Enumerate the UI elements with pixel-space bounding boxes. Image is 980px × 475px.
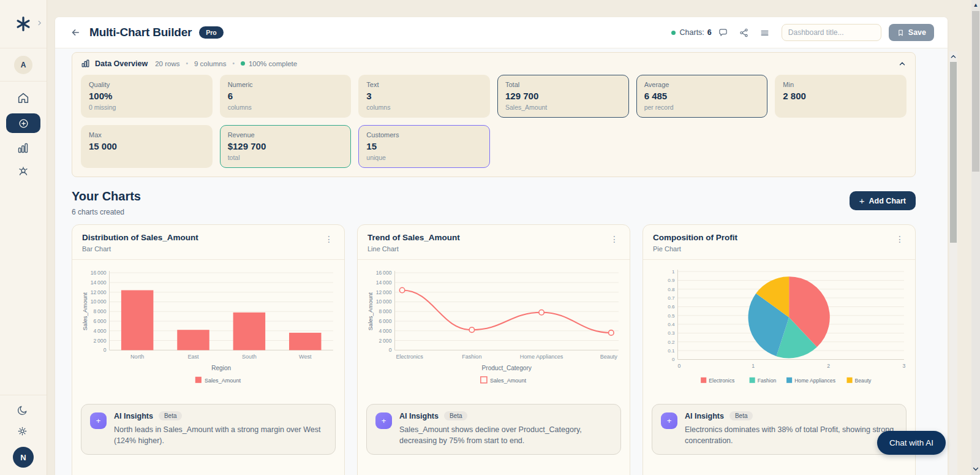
svg-text:Beauty: Beauty <box>855 378 872 384</box>
ai-sparkle-icon: + <box>375 412 392 429</box>
scroll-up-chevron-icon[interactable] <box>950 53 957 60</box>
dark-mode-moon-icon[interactable] <box>17 404 30 417</box>
svg-text:8 000: 8 000 <box>379 308 392 314</box>
svg-text:12 000: 12 000 <box>91 289 107 295</box>
chart-title: Distribution of Sales_Amount <box>82 233 334 242</box>
settings-gear-icon[interactable] <box>17 425 30 439</box>
browser-scrollbar-thumb[interactable] <box>972 11 979 172</box>
svg-text:Beauty: Beauty <box>600 354 618 360</box>
ai-insight-text: Sales_Amount shows decline over Product_… <box>399 424 612 446</box>
svg-text:0.9: 0.9 <box>668 278 675 283</box>
svg-text:Sales_Amount: Sales_Amount <box>81 292 88 331</box>
svg-text:10 000: 10 000 <box>91 298 107 305</box>
svg-text:4 000: 4 000 <box>379 328 392 334</box>
sidebar-expand-chevron-icon[interactable] <box>36 20 43 26</box>
user-avatar[interactable]: N <box>13 447 34 468</box>
comments-icon[interactable] <box>718 28 728 38</box>
ai-insight-text: North leads in Sales_Amount with a stron… <box>114 424 326 446</box>
scrollbar-up-arrow[interactable]: ▲ <box>971 0 980 8</box>
inner-scrollbar-thumb[interactable] <box>950 62 957 243</box>
bar-chart-plot: 02 0004 0006 0008 00010 00012 00014 0001… <box>72 260 344 397</box>
svg-text:14 000: 14 000 <box>91 279 107 286</box>
chart-card-pie: Composition of Profit Pie Chart ⋮ 00.10.… <box>643 224 916 475</box>
add-chart-button[interactable]: + Add Chart <box>850 191 916 210</box>
rows-count: 20 rows <box>155 60 179 67</box>
chart-title: Trend of Sales_Amount <box>368 233 620 242</box>
svg-text:0.8: 0.8 <box>668 287 675 292</box>
beta-badge: Beta <box>729 411 753 420</box>
chart-menu-kebab-icon[interactable]: ⋮ <box>606 233 622 245</box>
pro-badge: Pro <box>199 26 224 39</box>
chart-menu-kebab-icon[interactable]: ⋮ <box>321 233 337 245</box>
svg-text:Fashion: Fashion <box>758 378 777 384</box>
complete-dot <box>241 61 245 66</box>
svg-text:Electronics: Electronics <box>709 378 734 384</box>
home-icon[interactable] <box>17 91 30 105</box>
menu-icon[interactable] <box>760 28 770 38</box>
chat-with-ai-button[interactable]: Chat with AI <box>877 431 946 455</box>
community-icon[interactable] <box>17 164 30 177</box>
collapse-chevron-icon[interactable] <box>898 59 907 68</box>
main-panel: Multi-Chart Builder Pro Charts: 6 Save <box>55 17 948 475</box>
dashboard-title-input[interactable] <box>782 24 881 41</box>
stat-card-total[interactable]: Total 129 700 Sales_Amount <box>497 75 629 118</box>
svg-text:2 000: 2 000 <box>379 338 392 344</box>
chart-menu-kebab-icon[interactable]: ⋮ <box>892 233 908 245</box>
pie-chart-canvas: 00.10.20.30.40.50.60.70.80.910123Electro… <box>649 265 909 397</box>
data-overview-title: Data Overview <box>95 59 148 68</box>
svg-text:0.6: 0.6 <box>668 304 675 310</box>
stat-card-max[interactable]: Max 15 000 <box>81 125 213 168</box>
inner-scrollbar[interactable] <box>949 51 957 475</box>
share-icon[interactable] <box>739 28 749 38</box>
scrollbar-down-arrow[interactable] <box>972 465 979 473</box>
svg-text:8 000: 8 000 <box>94 308 107 314</box>
stat-card-customers[interactable]: Customers 15 unique <box>358 125 490 168</box>
svg-text:0.5: 0.5 <box>668 313 675 319</box>
workspace-avatar[interactable]: A <box>14 56 32 74</box>
chart-title: Composition of Profit <box>653 233 905 242</box>
sidebar: A N <box>0 0 47 475</box>
data-overview-panel: Data Overview 20 rows • 9 columns • 100%… <box>72 52 916 177</box>
stat-card-text[interactable]: Text 3 columns <box>358 75 490 118</box>
svg-text:2 000: 2 000 <box>94 338 107 344</box>
svg-text:1: 1 <box>672 269 675 275</box>
page-header: Multi-Chart Builder Pro Charts: 6 Save <box>55 17 948 48</box>
chart-type-label: Line Chart <box>368 245 620 253</box>
svg-text:0.1: 0.1 <box>668 348 675 354</box>
back-arrow-icon[interactable] <box>70 27 81 38</box>
svg-text:0: 0 <box>677 363 680 369</box>
svg-text:12 000: 12 000 <box>376 289 392 295</box>
svg-text:East: East <box>187 354 199 360</box>
svg-text:0: 0 <box>672 357 675 362</box>
stat-card-revenue[interactable]: Revenue $129 700 total <box>220 125 352 168</box>
svg-text:16 000: 16 000 <box>376 270 392 276</box>
sidebar-item-create-chart[interactable] <box>6 113 40 133</box>
stat-card-average[interactable]: Average 6 485 per record <box>636 75 768 118</box>
svg-text:West: West <box>299 354 312 360</box>
stat-card-numeric[interactable]: Numeric 6 columns <box>220 75 352 118</box>
ai-insights-box: + AI Insights Beta Electronics dominates… <box>652 404 907 455</box>
browser-scrollbar[interactable]: ▲ <box>971 0 980 475</box>
completeness-badge: 100% complete <box>241 60 297 67</box>
svg-text:14 000: 14 000 <box>376 279 392 286</box>
svg-text:Region: Region <box>211 365 231 371</box>
svg-text:1: 1 <box>752 363 755 369</box>
content-area: Data Overview 20 rows • 9 columns • 100%… <box>55 48 948 475</box>
charts-count-value: 6 <box>707 28 712 37</box>
stat-card-quality[interactable]: Quality 100% 0 missing <box>81 75 213 118</box>
stat-card-min[interactable]: Min 2 800 <box>775 75 907 118</box>
svg-text:0.4: 0.4 <box>668 322 675 327</box>
ai-insight-text: Electronics dominates with 38% of total … <box>685 424 897 446</box>
svg-text:6 000: 6 000 <box>94 318 107 324</box>
your-charts-subtitle: 6 charts created <box>72 208 141 216</box>
svg-text:Sales_Amount: Sales_Amount <box>367 292 374 331</box>
svg-text:0: 0 <box>389 347 392 353</box>
svg-text:Home Appliances: Home Appliances <box>520 354 564 360</box>
ai-sparkle-icon: + <box>90 412 107 429</box>
logo-area <box>0 0 47 48</box>
save-button[interactable]: Save <box>889 24 934 41</box>
beta-badge: Beta <box>159 411 183 420</box>
charts-nav-icon[interactable] <box>17 142 30 155</box>
svg-text:Product_Category: Product_Category <box>482 365 532 371</box>
app-logo-icon <box>15 16 31 32</box>
